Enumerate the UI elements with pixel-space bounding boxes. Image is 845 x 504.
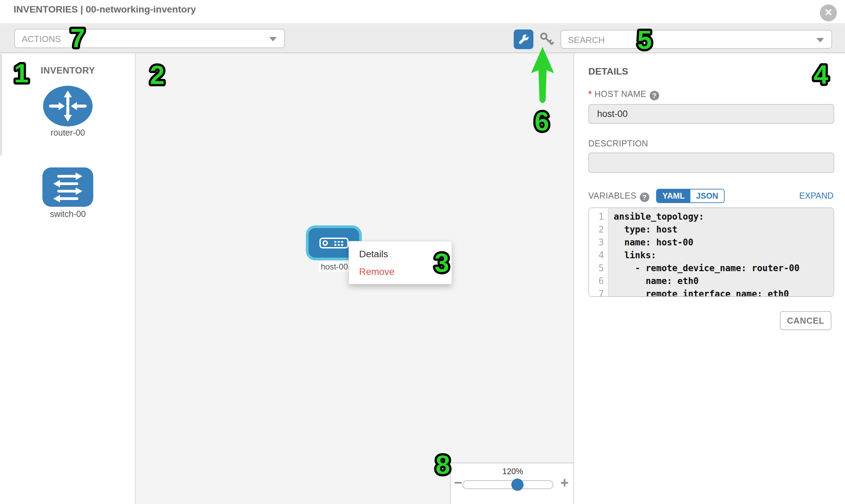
inventory-item-label: switch-00 — [0, 209, 136, 219]
host-name-input[interactable] — [588, 104, 834, 124]
context-menu: Details Remove — [349, 241, 452, 284]
actions-dropdown-label: ACTIONS — [22, 34, 61, 44]
inventory-item-switch[interactable] — [42, 167, 93, 207]
inventory-panel: INVENTORY router-00 — [0, 53, 136, 504]
zoom-slider-thumb[interactable] — [511, 479, 524, 491]
cancel-button[interactable]: CANCEL — [780, 311, 831, 330]
router-icon — [42, 85, 93, 127]
code-line: name: host-00 — [614, 236, 833, 249]
line-number: 5 — [589, 262, 608, 274]
host-node-label: host-00 — [319, 262, 350, 272]
line-number: 4 — [589, 249, 608, 262]
close-icon[interactable]: ✕ — [820, 4, 837, 21]
key-button[interactable] — [539, 31, 556, 48]
line-number: 3 — [589, 236, 608, 249]
variables-label-text: VARIABLES — [588, 191, 636, 200]
line-number: 2 — [589, 223, 608, 236]
variables-label: VARIABLES? — [588, 191, 649, 202]
host-icon — [319, 238, 349, 249]
editor-line-numbers: 1 2 3 4 5 6 7 — [589, 208, 608, 296]
code-line: - remote_device_name: router-00 — [614, 262, 833, 274]
zoom-in-button[interactable]: + — [560, 475, 569, 490]
actions-dropdown[interactable]: ACTIONS — [14, 29, 285, 48]
inventory-topology-page: INVENTORIES | 00-networking-inventory ✕ … — [0, 0, 845, 504]
topology-canvas[interactable]: host-00 Details Remove 120% − + — [136, 53, 574, 504]
search-dropdown[interactable]: SEARCH — [561, 30, 832, 49]
key-icon — [539, 31, 556, 48]
json-toggle-button[interactable]: JSON — [690, 190, 724, 202]
expand-link[interactable]: EXPAND — [799, 191, 833, 201]
zoom-level-value: 120% — [451, 467, 574, 476]
details-panel: DETAILS *HOST NAME? DESCRIPTION VARIABLE… — [575, 53, 845, 504]
editor-code-area[interactable]: ansible_topology: type: host name: host-… — [608, 208, 833, 296]
host-name-label-text: HOST NAME — [594, 89, 646, 98]
zoom-out-button[interactable]: − — [454, 475, 462, 490]
chevron-down-icon — [816, 38, 824, 42]
line-number: 6 — [589, 274, 608, 287]
zoom-widget: 120% − + — [450, 463, 574, 504]
switch-icon — [42, 167, 93, 207]
required-asterisk: * — [588, 89, 592, 98]
toolbar: ACTIONS SEARCH — [0, 24, 845, 53]
search-dropdown-label: SEARCH — [568, 35, 604, 46]
variables-format-toggle: YAML JSON — [656, 189, 725, 203]
code-line: links: — [614, 249, 833, 262]
header: INVENTORIES | 00-networking-inventory ✕ — [0, 0, 845, 24]
inventory-item-router[interactable] — [42, 85, 93, 127]
inventory-panel-title: INVENTORY — [0, 66, 136, 76]
wrench-icon — [517, 33, 530, 46]
help-icon[interactable]: ? — [650, 91, 659, 100]
description-label: DESCRIPTION — [588, 139, 648, 148]
code-line: type: host — [614, 223, 833, 236]
code-line: ansible_topology: — [614, 210, 833, 223]
details-panel-title: DETAILS — [588, 66, 628, 77]
help-icon[interactable]: ? — [640, 193, 649, 202]
page-title: INVENTORIES | 00-networking-inventory — [14, 4, 196, 15]
menu-item-remove[interactable]: Remove — [349, 263, 452, 281]
menu-item-details[interactable]: Details — [349, 246, 452, 263]
code-line: name: eth0 — [614, 274, 833, 287]
chevron-down-icon — [269, 37, 277, 41]
host-name-label: *HOST NAME? — [588, 89, 659, 100]
description-input[interactable] — [588, 152, 834, 173]
inventory-item-label: router-00 — [0, 128, 136, 138]
line-number: 1 — [589, 210, 608, 223]
zoom-slider-track[interactable] — [462, 480, 553, 489]
variables-code-editor[interactable]: 1 2 3 4 5 6 7 ansible_topology: type: ho… — [588, 208, 834, 297]
toolbar-mode-button[interactable] — [514, 30, 533, 49]
code-line: remote_interface_name: eth0 — [614, 287, 833, 297]
line-number: 7 — [589, 287, 608, 297]
yaml-toggle-button[interactable]: YAML — [657, 190, 690, 202]
